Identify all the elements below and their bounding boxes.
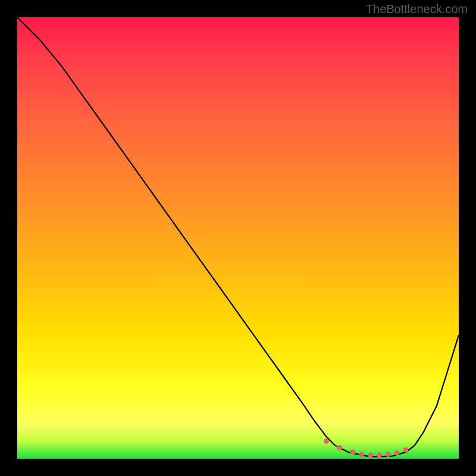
optimal-marker-dot [394, 450, 400, 456]
optimal-marker-dot [368, 453, 373, 458]
optimal-marker-dot [377, 453, 382, 458]
optimal-marker-dot [337, 445, 342, 450]
optimal-marker-dot [359, 452, 364, 457]
optimal-range-dots [324, 439, 409, 458]
chart-svg [17, 17, 459, 459]
optimal-marker-dot [403, 447, 409, 453]
watermark-text: TheBottleneck.com [366, 2, 468, 16]
optimal-marker-dot [350, 449, 355, 455]
bottleneck-curve-line [17, 17, 459, 456]
optimal-marker-dot [324, 439, 329, 444]
optimal-marker-dot [386, 452, 391, 457]
